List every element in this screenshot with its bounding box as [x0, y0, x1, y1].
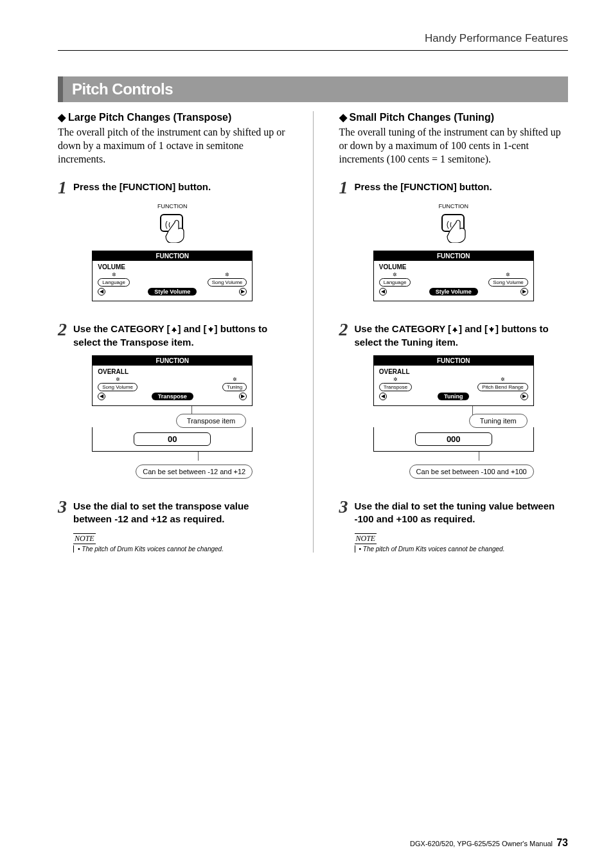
- callout-range: Can be set between -12 and +12: [136, 465, 253, 479]
- step-number: 2: [58, 321, 67, 339]
- page-footer: DGX-620/520, YPG-625/525 Owner's Manual …: [410, 837, 568, 849]
- step-text-b: ] and [: [178, 323, 207, 334]
- lcd-category: OVERALL: [98, 368, 247, 375]
- tuning-step3: 3 Use the dial to set the tuning value b…: [339, 498, 569, 526]
- subheading-transpose: ◆Large Pitch Changes (Transpose): [58, 111, 287, 123]
- step-text-a: Use the CATEGORY [: [355, 323, 452, 334]
- svg-rect-2: [210, 327, 211, 329]
- arrow-right-icon: ▶: [239, 288, 247, 296]
- step-text-a: Use the CATEGORY [: [73, 323, 170, 334]
- step-text: Use the dial to set the transpose value …: [73, 498, 287, 526]
- lcd-screen-1: FUNCTION VOLUME ✲Language ✲Song Volume ◀…: [373, 251, 534, 301]
- function-label: FUNCTION: [422, 203, 486, 209]
- note-box: NOTE • The pitch of Drum Kits voices can…: [73, 532, 287, 553]
- note-text: • The pitch of Drum Kits voices cannot b…: [355, 545, 569, 553]
- lcd-center-item: Transpose: [152, 393, 193, 400]
- column-transpose: ◆Large Pitch Changes (Transpose) The ove…: [58, 111, 287, 553]
- lcd-screen-2: FUNCTION OVERALL ✲Transpose ✲Pitch Bend …: [373, 355, 534, 406]
- subheading-tuning: ◆Small Pitch Changes (Tuning): [339, 111, 569, 123]
- tuning-step2: 2 Use the CATEGORY [] and [] buttons to …: [339, 321, 569, 349]
- function-label: FUNCTION: [140, 203, 204, 209]
- fig-lcd-tuning: FUNCTION OVERALL ✲Transpose ✲Pitch Bend …: [339, 355, 569, 479]
- lcd-value-area: 00: [92, 427, 253, 452]
- callout-item-label: Tuning item: [469, 414, 528, 428]
- lcd-left-item: Song Volume: [98, 383, 138, 391]
- lcd-center-item: Style Volume: [429, 288, 478, 296]
- lcd-screen-1: FUNCTION VOLUME ✲Language ✲Song Volume ◀…: [92, 251, 253, 301]
- tuning-step1: 1 Press the [FUNCTION] button.: [339, 179, 569, 197]
- step-text: Press the [FUNCTION] button.: [355, 179, 492, 193]
- category-down-icon: [207, 326, 215, 333]
- lcd-value: 000: [415, 432, 492, 446]
- arrow-left-icon: ◀: [379, 393, 387, 400]
- step-text: Press the [FUNCTION] button.: [73, 179, 211, 193]
- lcd-title: FUNCTION: [374, 251, 533, 261]
- step-number: 1: [339, 179, 348, 197]
- arrow-left-icon: ◀: [379, 288, 387, 296]
- step-number: 3: [339, 498, 348, 516]
- step-number: 3: [58, 498, 67, 516]
- lcd-screen-2: FUNCTION OVERALL ✲Song Volume ✲Tuning ◀ …: [92, 355, 253, 406]
- callout-item-label: Transpose item: [176, 414, 246, 428]
- lcd-right-item: Pitch Bend Range: [477, 383, 528, 391]
- column-divider: [313, 111, 314, 553]
- fig-function-button: FUNCTION FUNCTION VOLUME ✲Language: [58, 203, 287, 301]
- transpose-intro: The overall pitch of the instrument can …: [58, 126, 287, 166]
- lcd-left-item: Language: [379, 278, 411, 287]
- svg-rect-5: [491, 327, 492, 329]
- transpose-step3: 3 Use the dial to set the transpose valu…: [58, 498, 287, 526]
- category-up-icon: [170, 326, 178, 333]
- note-label: NOTE: [355, 533, 377, 544]
- subheading-text: Large Pitch Changes (Transpose): [68, 112, 231, 123]
- note-box: NOTE • The pitch of Drum Kits voices can…: [355, 532, 569, 553]
- arrow-right-icon: ▶: [520, 393, 528, 400]
- arrow-left-icon: ◀: [98, 393, 105, 400]
- lcd-center-item: Tuning: [438, 393, 469, 400]
- fig-lcd-transpose: FUNCTION OVERALL ✲Song Volume ✲Tuning ◀ …: [58, 355, 287, 479]
- button-press-icon: [147, 211, 198, 243]
- transpose-step1: 1 Press the [FUNCTION] button.: [58, 179, 287, 197]
- lcd-category: VOLUME: [379, 263, 528, 270]
- section-title: Pitch Controls: [58, 76, 568, 102]
- step-text: Use the CATEGORY [] and [] buttons to se…: [355, 321, 569, 349]
- svg-rect-4: [454, 330, 456, 332]
- lcd-value: 00: [134, 432, 211, 446]
- step-number: 2: [339, 321, 348, 339]
- step-text: Use the dial to set the tuning value bet…: [355, 498, 569, 526]
- manual-title: DGX-620/520, YPG-625/525 Owner's Manual: [410, 840, 553, 847]
- button-press-icon: [428, 211, 479, 243]
- lcd-title: FUNCTION: [374, 356, 533, 366]
- header-rule: [58, 50, 568, 51]
- note-text: • The pitch of Drum Kits voices cannot b…: [73, 545, 287, 553]
- page-number: 73: [556, 837, 568, 848]
- lcd-left-item: Transpose: [379, 383, 413, 391]
- fig-function-button: FUNCTION FUNCTION VOLUME ✲Language: [339, 203, 569, 301]
- step-text: Use the CATEGORY [] and [] buttons to se…: [73, 321, 287, 349]
- arrow-right-icon: ▶: [239, 393, 247, 400]
- category-down-icon: [488, 326, 495, 333]
- lcd-title: FUNCTION: [93, 356, 252, 366]
- diamond-icon: ◆: [339, 111, 347, 123]
- category-up-icon: [451, 326, 459, 333]
- lcd-category: VOLUME: [98, 263, 247, 270]
- diamond-icon: ◆: [58, 111, 66, 123]
- lcd-right-item: Song Volume: [208, 278, 247, 287]
- note-label: NOTE: [73, 533, 96, 544]
- step-text-b: ] and [: [459, 323, 488, 334]
- lcd-center-item: Style Volume: [148, 288, 197, 296]
- lcd-right-item: Tuning: [222, 383, 247, 391]
- lcd-left-item: Language: [98, 278, 130, 287]
- arrow-left-icon: ◀: [98, 288, 105, 296]
- lcd-category: OVERALL: [379, 368, 528, 375]
- subheading-text: Small Pitch Changes (Tuning): [350, 112, 495, 123]
- lcd-title: FUNCTION: [93, 251, 252, 261]
- running-header: Handy Performance Features: [58, 32, 568, 45]
- lcd-right-item: Song Volume: [488, 278, 528, 287]
- lcd-value-area: 000: [373, 427, 534, 452]
- callout-range: Can be set between -100 and +100: [409, 465, 534, 479]
- column-tuning: ◆Small Pitch Changes (Tuning) The overal…: [339, 111, 569, 553]
- step-number: 1: [58, 179, 67, 197]
- svg-rect-1: [173, 330, 175, 332]
- tuning-intro: The overall tuning of the instrument can…: [339, 126, 569, 166]
- arrow-right-icon: ▶: [520, 288, 528, 296]
